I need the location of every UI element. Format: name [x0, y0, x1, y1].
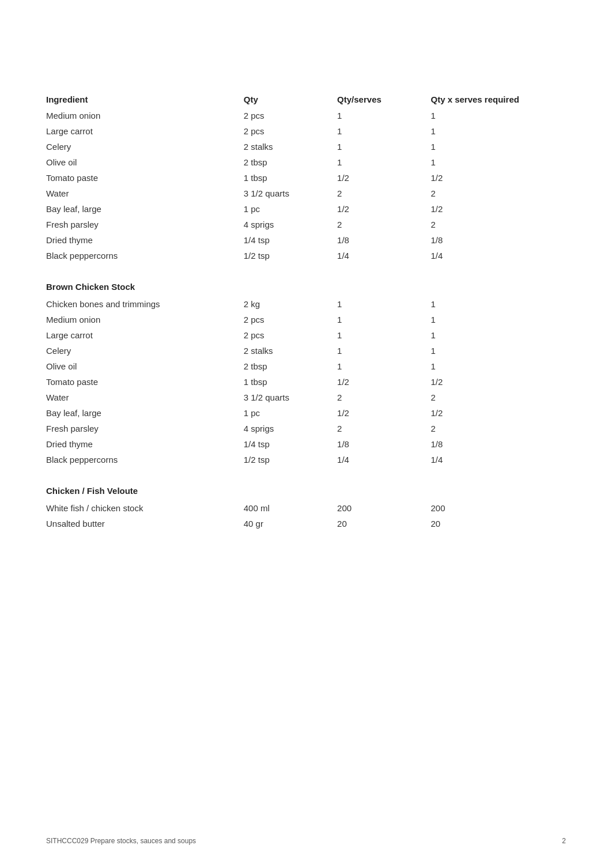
qty-required-cell: 1/8: [430, 436, 566, 452]
table-row: Black peppercorns 1/2 tsp 1/4 1/4: [46, 248, 566, 263]
qty-required-cell: 1/2: [430, 405, 566, 421]
qty-cell: 3 1/2 quarts: [244, 390, 337, 405]
ingredient-cell: Dried thyme: [46, 436, 244, 452]
ingredient-cell: Large carrot: [46, 327, 244, 343]
qty-required-cell: 1: [430, 139, 566, 154]
qty-required-cell: 1: [430, 327, 566, 343]
qty-serves-cell: 1/4: [337, 248, 430, 263]
qty-required-cell: 1: [430, 108, 566, 123]
ingredient-cell: Bay leaf, large: [46, 201, 244, 217]
qty-serves-cell: 1: [337, 343, 430, 358]
qty-required-cell: 1: [430, 312, 566, 327]
table-row: Celery 2 stalks 1 1: [46, 343, 566, 358]
section3-title: Chicken / Fish Veloute: [46, 486, 566, 496]
ingredient-cell: Fresh parsley: [46, 421, 244, 436]
ingredient-cell: Fresh parsley: [46, 217, 244, 232]
ingredient-cell: Olive oil: [46, 358, 244, 374]
qty-cell: 2 tbsp: [244, 358, 337, 374]
qty-required-cell: 1: [430, 343, 566, 358]
qty-serves-cell: 1/2: [337, 374, 430, 390]
qty-cell: 1 pc: [244, 405, 337, 421]
qty-required-cell: 1: [430, 296, 566, 312]
qty-required-cell: 1: [430, 154, 566, 170]
qty-serves-cell: 1/8: [337, 436, 430, 452]
qty-required-cell: 200: [430, 500, 566, 516]
table-row: Tomato paste 1 tbsp 1/2 1/2: [46, 170, 566, 186]
ingredient-cell: Large carrot: [46, 123, 244, 139]
section2-table: Brown Chicken Stock Chicken bones and tr…: [46, 282, 566, 467]
qty-cell: 1 pc: [244, 201, 337, 217]
footer-left: SITHCCC029 Prepare stocks, sauces and so…: [46, 837, 196, 845]
ingredient-cell: Unsalted butter: [46, 516, 244, 531]
table-row: Black peppercorns 1/2 tsp 1/4 1/4: [46, 452, 566, 467]
qty-required-cell: 2: [430, 217, 566, 232]
qty-required-cell: 1/4: [430, 452, 566, 467]
table-row: Water 3 1/2 quarts 2 2: [46, 390, 566, 405]
qty-serves-cell: 20: [337, 516, 430, 531]
table-row: Olive oil 2 tbsp 1 1: [46, 154, 566, 170]
table-row: Olive oil 2 tbsp 1 1: [46, 358, 566, 374]
ingredient-cell: Black peppercorns: [46, 452, 244, 467]
table-row: Fresh parsley 4 sprigs 2 2: [46, 217, 566, 232]
qty-required-cell: 1/8: [430, 232, 566, 248]
section2-title: Brown Chicken Stock: [46, 282, 566, 292]
table-row: Water 3 1/2 quarts 2 2: [46, 186, 566, 201]
qty-required-cell: 1: [430, 123, 566, 139]
ingredient-cell: Tomato paste: [46, 170, 244, 186]
col-header-qty: Qty: [244, 92, 337, 108]
table-row: Large carrot 2 pcs 1 1: [46, 327, 566, 343]
qty-serves-cell: 1: [337, 108, 430, 123]
qty-required-cell: 1/2: [430, 374, 566, 390]
qty-cell: 1 tbsp: [244, 374, 337, 390]
qty-cell: 3 1/2 quarts: [244, 186, 337, 201]
table-row: Large carrot 2 pcs 1 1: [46, 123, 566, 139]
qty-serves-cell: 1: [337, 139, 430, 154]
section1-table: Ingredient Qty Qty/serves Qty x serves r…: [46, 92, 566, 263]
qty-cell: 1/4 tsp: [244, 232, 337, 248]
qty-required-cell: 2: [430, 421, 566, 436]
ingredient-cell: Water: [46, 186, 244, 201]
table-row: Bay leaf, large 1 pc 1/2 1/2: [46, 405, 566, 421]
ingredient-cell: Chicken bones and trimmings: [46, 296, 244, 312]
qty-serves-cell: 1/2: [337, 201, 430, 217]
qty-serves-cell: 1/4: [337, 452, 430, 467]
table-row: Tomato paste 1 tbsp 1/2 1/2: [46, 374, 566, 390]
qty-cell: 2 pcs: [244, 123, 337, 139]
qty-serves-cell: 2: [337, 217, 430, 232]
ingredient-cell: Dried thyme: [46, 232, 244, 248]
footer-right: 2: [562, 837, 566, 845]
qty-cell: 40 gr: [244, 516, 337, 531]
ingredient-cell: Medium onion: [46, 312, 244, 327]
ingredient-cell: Water: [46, 390, 244, 405]
qty-serves-cell: 2: [337, 421, 430, 436]
ingredient-cell: White fish / chicken stock: [46, 500, 244, 516]
qty-serves-cell: 1: [337, 358, 430, 374]
ingredient-cell: Celery: [46, 343, 244, 358]
qty-required-cell: 1/2: [430, 201, 566, 217]
ingredient-cell: Tomato paste: [46, 374, 244, 390]
table-row: Medium onion 2 pcs 1 1: [46, 108, 566, 123]
table-row: Dried thyme 1/4 tsp 1/8 1/8: [46, 436, 566, 452]
footer: SITHCCC029 Prepare stocks, sauces and so…: [46, 837, 566, 845]
col-header-qty-required: Qty x serves required: [430, 92, 566, 108]
qty-cell: 2 kg: [244, 296, 337, 312]
table-row: Fresh parsley 4 sprigs 2 2: [46, 421, 566, 436]
qty-required-cell: 1/2: [430, 170, 566, 186]
ingredient-cell: Celery: [46, 139, 244, 154]
table-row: Unsalted butter 40 gr 20 20: [46, 516, 566, 531]
ingredient-cell: Black peppercorns: [46, 248, 244, 263]
table-row: Celery 2 stalks 1 1: [46, 139, 566, 154]
table-row: Dried thyme 1/4 tsp 1/8 1/8: [46, 232, 566, 248]
col-header-qty-serves: Qty/serves: [337, 92, 430, 108]
qty-serves-cell: 1: [337, 154, 430, 170]
qty-required-cell: 20: [430, 516, 566, 531]
table-row: Medium onion 2 pcs 1 1: [46, 312, 566, 327]
qty-serves-cell: 1/8: [337, 232, 430, 248]
section3-table: Chicken / Fish Veloute White fish / chic…: [46, 486, 566, 531]
qty-cell: 2 stalks: [244, 139, 337, 154]
qty-serves-cell: 1: [337, 123, 430, 139]
qty-cell: 2 stalks: [244, 343, 337, 358]
qty-required-cell: 1: [430, 358, 566, 374]
ingredient-cell: Olive oil: [46, 154, 244, 170]
qty-required-cell: 2: [430, 390, 566, 405]
